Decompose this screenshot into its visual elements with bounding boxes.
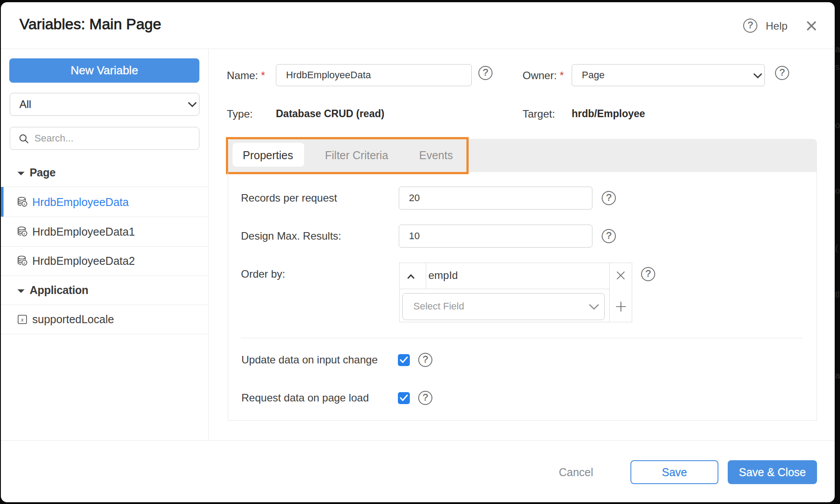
svg-text:x: x xyxy=(23,231,25,236)
svg-text:x: x xyxy=(21,316,24,323)
svg-text:x: x xyxy=(23,260,25,265)
svg-text:x: x xyxy=(23,202,25,206)
